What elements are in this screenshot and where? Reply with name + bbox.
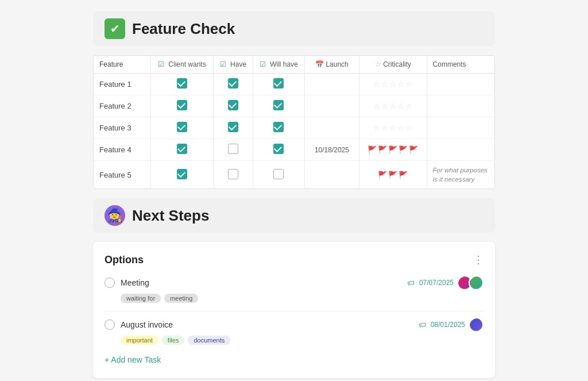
cell-have-2[interactable] [213, 117, 253, 139]
star-icon: ☆ [389, 124, 396, 132]
cell-client-1[interactable] [150, 95, 213, 117]
cell-have-4[interactable] [213, 161, 253, 189]
cell-criticality-1[interactable]: ☆☆☆☆☆ [359, 95, 427, 117]
feature-check-table-wrapper: Feature ☑ Client wants ☑ Have ☑ Will hav… [93, 55, 495, 189]
task-left-invoice: August invoice [105, 320, 173, 330]
checked-box[interactable] [177, 78, 187, 88]
cell-willhave-4[interactable] [253, 161, 305, 189]
checked-box[interactable] [177, 100, 187, 110]
unchecked-box[interactable] [228, 169, 238, 179]
tag-documents[interactable]: documents [188, 336, 230, 345]
table-row: Feature 5🚩🚩🚩For what purposes is it nece… [94, 161, 494, 189]
task-date-invoice: 08/01/2025 [431, 321, 465, 329]
task-left-meeting: Meeting [105, 278, 149, 288]
cell-comments-3 [427, 139, 494, 161]
next-steps-header: 🧙 Next Steps [93, 198, 495, 233]
options-menu-button[interactable]: ⋮ [473, 253, 483, 266]
task-radio-meeting[interactable] [105, 278, 115, 288]
checked-box[interactable] [273, 100, 284, 110]
flag-icon: 🚩 [388, 145, 397, 154]
star-icon: ☆ [397, 102, 404, 110]
checked-box[interactable] [177, 122, 187, 132]
flag-icon: 🚩 [399, 171, 408, 179]
tag-important[interactable]: important [121, 336, 158, 345]
stars-container: ☆☆☆☆☆ [365, 102, 420, 110]
star-icon: ☆ [389, 80, 396, 88]
checked-box[interactable] [228, 78, 238, 88]
cell-willhave-3[interactable] [253, 139, 305, 161]
feature-check-header: ✔ Feature Check [93, 11, 495, 46]
add-task-button[interactable]: + Add new Task [105, 353, 483, 367]
cell-have-1[interactable] [213, 95, 253, 117]
tag-meeting[interactable]: meeting [164, 294, 198, 303]
cell-feature-0: Feature 1 [94, 74, 150, 95]
avatar-3 [469, 317, 483, 332]
flags-container: 🚩🚩🚩 [365, 171, 420, 179]
cell-client-3[interactable] [150, 139, 213, 161]
flag-icon: 🚩 [409, 145, 418, 154]
th-will-have: ☑ Will have [253, 56, 305, 74]
cell-launch-2 [304, 117, 359, 139]
task-radio-invoice[interactable] [105, 320, 115, 330]
add-task-label: + Add new Task [105, 355, 161, 364]
th-launch: 📅 Launch [304, 56, 359, 74]
th-criticality: ☆ Criticality [359, 56, 427, 74]
star-icon: ☆ [389, 102, 396, 110]
tag-files[interactable]: files [162, 336, 185, 345]
cell-feature-2: Feature 3 [94, 117, 150, 139]
flag-icon: 🚩 [378, 171, 387, 179]
cell-willhave-1[interactable] [253, 95, 305, 117]
tags-row-meeting: waiting for meeting [121, 294, 483, 303]
cell-willhave-2[interactable] [253, 117, 305, 139]
flag-icon: 🚩 [368, 145, 377, 154]
unchecked-box[interactable] [273, 169, 284, 179]
cell-criticality-3[interactable]: 🚩🚩🚩🚩🚩 [359, 139, 427, 161]
cell-comments-2 [427, 117, 494, 139]
task-name-invoice: August invoice [121, 320, 173, 329]
checked-box[interactable] [177, 169, 187, 179]
checked-box[interactable] [228, 122, 238, 132]
cell-client-2[interactable] [150, 117, 213, 139]
star-icon: ☆ [381, 80, 388, 88]
cell-client-4[interactable] [150, 161, 213, 189]
checked-box[interactable] [273, 122, 284, 132]
unchecked-box[interactable] [228, 144, 238, 154]
cell-client-0[interactable] [150, 74, 213, 95]
checked-box[interactable] [273, 78, 284, 88]
cell-have-3[interactable] [213, 139, 253, 161]
star-icon: ☆ [373, 102, 380, 110]
checkbox-icon: ☑ [158, 60, 164, 68]
feature-check-icon: ✔ [105, 18, 125, 39]
avatar-2 [469, 275, 483, 290]
task-right-meeting: 🏷 07/07/2025 [407, 275, 483, 290]
checked-box[interactable] [177, 144, 187, 154]
checkbox-icon-3: ☑ [260, 60, 266, 68]
options-title: Options [105, 254, 144, 266]
star-icon: ☆ [397, 124, 404, 132]
star-icon: ☆ [373, 80, 380, 88]
task-right-invoice: 🏷 08/01/2025 [419, 317, 483, 332]
cell-comments-4: For what purposes is it necessary [427, 161, 494, 189]
cell-criticality-0[interactable]: ☆☆☆☆☆ [359, 74, 427, 95]
table-row: Feature 410/18/2025🚩🚩🚩🚩🚩 [94, 139, 494, 161]
table-row: Feature 3☆☆☆☆☆ [94, 117, 494, 139]
checked-box[interactable] [228, 100, 238, 110]
tag-waiting[interactable]: waiting for [121, 294, 161, 303]
checked-box[interactable] [273, 144, 284, 154]
stars-container: ☆☆☆☆☆ [365, 124, 420, 132]
star-icon: ☆ [405, 102, 412, 110]
cell-criticality-4[interactable]: 🚩🚩🚩 [359, 161, 427, 189]
stars-container: ☆☆☆☆☆ [365, 80, 420, 88]
star-icon: ☆ [397, 80, 404, 88]
next-steps-title: Next Steps [132, 207, 209, 225]
cell-criticality-2[interactable]: ☆☆☆☆☆ [359, 117, 427, 139]
table-row: Feature 2☆☆☆☆☆ [94, 95, 494, 117]
task-item-invoice: August invoice 🏷 08/01/2025 important fi… [105, 317, 483, 345]
cell-have-0[interactable] [213, 74, 253, 95]
comment-text: For what purposes is it necessary [433, 167, 488, 183]
launch-date: 10/18/2025 [315, 146, 349, 154]
cell-willhave-0[interactable] [253, 74, 305, 95]
avatar-circle-2 [470, 276, 483, 290]
feature-check-table: Feature ☑ Client wants ☑ Have ☑ Will hav… [94, 56, 494, 188]
star-icon: ☆ [381, 102, 388, 110]
